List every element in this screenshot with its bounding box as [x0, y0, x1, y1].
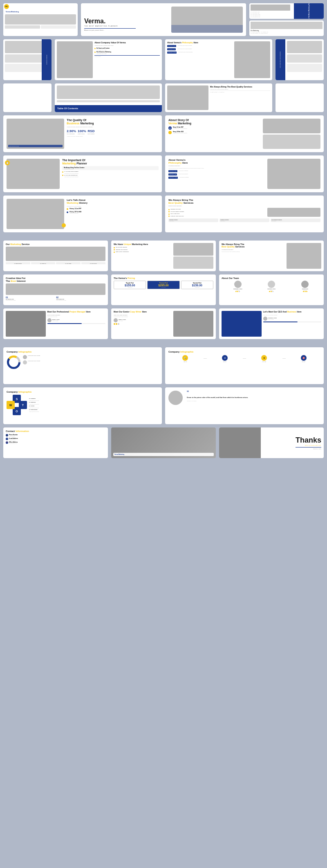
slide-thanks: Thanks best presentation Leonardo S. Dun…: [219, 427, 324, 458]
svg-point-3: [11, 360, 16, 365]
slide-unique-marketing: We Have Unique Marketing Here We Got Mor…: [111, 241, 216, 271]
slide-table-contents: Table Of Contents: [55, 83, 162, 112]
side-text: Let's Talk About Marketing History: [308, 3, 310, 19]
slide-infographic1: Company Infographic Lorem ipsum dolor si…: [3, 347, 162, 384]
slide-lets-talk-small: Let's Talk About Marketing History 01. T…: [249, 3, 324, 19]
slide-infographic2: Company Infographic 🔍 Step One ⚙ Step Tw…: [165, 347, 324, 384]
slide-brand: GSL Verma Marketing: [3, 3, 78, 36]
slide-philosophy: About Verma's Philosophy Here Philosophy…: [165, 39, 272, 80]
slide-meeting-photo: Verma Marketing: [111, 427, 216, 458]
slide-quality-services3: We Always Bring The Best Quality Service…: [219, 241, 324, 271]
slide-verma-title: Verma. THE BEST MARKETING PLANNER Aliqua…: [81, 3, 246, 36]
brand-title: Verma Marketing: [5, 10, 76, 13]
slide-ceo: Let's Meet Our CEO And Business Here Lor…: [219, 308, 324, 339]
slide-quality-marketing: Lorem ipsum dolor sit amet The Quality O…: [3, 115, 162, 152]
slide-pricing: The Verma's Pricing Regular Pack $155.00…: [111, 274, 216, 305]
slide-story-verma: About Story Of Verma Marketing 02 Story,…: [165, 115, 324, 152]
slide-about-company: About Company Value Of Verma Aliquam ero…: [55, 39, 162, 80]
slide-project-manager: Meet Our Professional Project Manager He…: [3, 308, 108, 339]
slide-important-planner: 📋 The Important Of Marketing Planner We …: [3, 155, 162, 192]
slide-best-quality: We Always Bring The Best Quality Service…: [165, 83, 272, 112]
slide-quality-services: We Always Bring The Best Quality Service…: [165, 196, 324, 232]
slide-creative-idea: Creative Idea For The Best Interest 01 T…: [3, 274, 108, 305]
slide-empty-left: [3, 83, 52, 112]
gsl-badge: GSL: [4, 4, 9, 9]
slide-our-marketing: Our Marketing Service 01. Digital Market…: [3, 241, 108, 271]
slide-empty-right: [275, 83, 324, 112]
slide-philosophy2: About Verma's Philosophy Here The Busine…: [165, 155, 324, 192]
slide-copy-writer: Meet Our Senior Copy Writer Here Senior …: [111, 308, 216, 339]
verma-sub: THE BEST MARKETING PLANNER: [84, 25, 170, 27]
slide-our-marketing-small: Our Marketing 01. Digital Marketing 02. …: [249, 20, 324, 36]
slide-swot: Company Infographic S O W T 01. Strength…: [3, 387, 162, 424]
slide-know-more: Let's Know More About Marketing: [275, 39, 324, 80]
slide-business-left: Business Marketing: [3, 39, 52, 80]
slide-quote: " Green is the prime color of the world,…: [165, 387, 324, 424]
slide-contact: Contact Information 📞 Phone Number +1 23…: [3, 427, 108, 458]
verma-logo: Verma.: [84, 18, 170, 25]
slide-history: Let's Talk About Marketing History Lorem…: [3, 196, 162, 232]
slide-team: About Our Team Samantha J. Dunn Marketin…: [219, 274, 324, 305]
